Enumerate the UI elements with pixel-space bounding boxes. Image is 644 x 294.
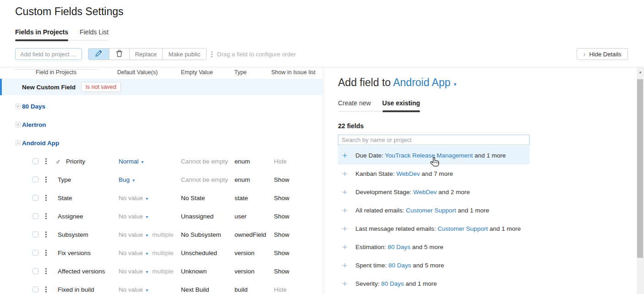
- list-item-due-date[interactable]: + Due Date: YouTrack Release Management …: [338, 146, 529, 164]
- list-item-last-message-emails[interactable]: + Last message related emails: Customer …: [338, 219, 529, 238]
- main-tabs: Fields in Projects Fields List: [15, 28, 109, 41]
- field-name: Priority: [66, 158, 85, 165]
- project-link[interactable]: WebDev: [413, 189, 437, 196]
- row-checkbox[interactable]: [33, 250, 38, 256]
- drag-handle-icon[interactable]: [45, 177, 47, 183]
- project-link[interactable]: 80 Days: [388, 262, 411, 269]
- project-name[interactable]: 80 Days: [22, 103, 45, 110]
- default-value-dropdown[interactable]: Bug: [119, 176, 130, 183]
- drag-handle-icon[interactable]: [45, 213, 47, 219]
- field-row-state[interactable]: State No value▾ No State state Show: [0, 189, 322, 207]
- show-in-issue-list-toggle[interactable]: Show: [274, 213, 289, 220]
- field-row-fixed-in-build[interactable]: Fixed in build No value▾ Next Build buil…: [0, 280, 322, 294]
- drag-handle-icon[interactable]: [45, 250, 47, 256]
- tab-fields-list[interactable]: Fields List: [80, 28, 109, 40]
- field-name: Fixed in build: [58, 286, 94, 293]
- project-link[interactable]: WebDev: [396, 170, 420, 177]
- row-checkbox[interactable]: [33, 177, 38, 183]
- add-plus-icon[interactable]: +: [341, 224, 348, 233]
- add-plus-icon[interactable]: +: [341, 151, 348, 160]
- list-item-development-stage[interactable]: + Development Stage: WebDev and 2 more: [338, 183, 529, 201]
- caret-down-icon[interactable]: ▾: [454, 81, 457, 87]
- add-field-to-project-button[interactable]: Add field to project ...: [15, 48, 82, 60]
- scroll-up-arrow-icon[interactable]: ▲: [637, 70, 644, 74]
- project-name[interactable]: Android App: [22, 140, 59, 147]
- row-checkbox[interactable]: [33, 287, 38, 293]
- list-item-spent-time[interactable]: + Spent time: 80 Days and 5 more: [338, 256, 529, 274]
- replace-button[interactable]: Replace: [129, 49, 162, 60]
- add-plus-icon[interactable]: +: [341, 279, 348, 288]
- field-type: ownedField: [235, 231, 266, 238]
- default-value-dropdown[interactable]: No value: [119, 213, 143, 220]
- project-name[interactable]: Alertron: [22, 121, 46, 128]
- project-link[interactable]: 80 Days: [388, 244, 411, 250]
- drag-handle-icon[interactable]: [45, 287, 47, 293]
- drag-handle-icon[interactable]: [45, 268, 47, 274]
- field-row-fix-versions[interactable]: Fix versions No value▾multiple Unschedul…: [0, 244, 322, 262]
- row-checkbox[interactable]: [33, 213, 38, 219]
- project-link[interactable]: Customer Support: [406, 207, 456, 214]
- default-value-dropdown[interactable]: No value: [119, 286, 143, 293]
- column-header-field: Field in Projects: [14, 69, 98, 76]
- show-in-issue-list-toggle[interactable]: Hide: [274, 286, 287, 293]
- project-selector[interactable]: Android App: [393, 76, 450, 88]
- show-in-issue-list-toggle[interactable]: Show: [274, 195, 289, 201]
- show-in-issue-list-toggle[interactable]: Show: [274, 268, 289, 275]
- tab-create-new[interactable]: Create new: [338, 99, 371, 111]
- field-row-assignee[interactable]: Assignee No value▾ Unassigned user Show: [0, 207, 322, 225]
- expand-plus-icon[interactable]: +: [15, 103, 21, 109]
- add-plus-icon[interactable]: +: [341, 188, 348, 196]
- list-item-severity[interactable]: + Severity: 80 Days and 1 more: [338, 274, 529, 293]
- field-row-priority[interactable]: ♂ Priority Normal▾ Cannot be empty enum …: [0, 152, 322, 170]
- field-row-type[interactable]: Type Bug▾ Cannot be empty enum Show: [0, 170, 322, 189]
- make-public-button[interactable]: Make public: [162, 49, 206, 60]
- add-plus-icon[interactable]: +: [341, 261, 348, 270]
- hide-details-button[interactable]: › Hide Details: [577, 48, 628, 60]
- row-checkbox[interactable]: [33, 195, 38, 201]
- row-checkbox[interactable]: [33, 268, 38, 274]
- drag-handle-icon[interactable]: [45, 158, 47, 164]
- row-checkbox[interactable]: [33, 232, 38, 238]
- project-row-80-days[interactable]: + 80 Days: [0, 98, 322, 114]
- project-row-android-app[interactable]: − Android App: [0, 135, 322, 151]
- drag-handle-icon[interactable]: [45, 195, 47, 201]
- default-value-dropdown[interactable]: No value: [119, 195, 143, 201]
- list-item-kanban-state[interactable]: + Kanban State: WebDev and 7 more: [338, 164, 529, 183]
- multiple-label: multiple: [152, 231, 174, 238]
- show-in-issue-list-toggle[interactable]: Hide: [274, 158, 287, 165]
- empty-value: Unknown: [181, 268, 207, 275]
- project-link[interactable]: YouTrack Release Management: [385, 152, 473, 159]
- empty-value: No State: [181, 195, 205, 201]
- drag-handle-icon[interactable]: [45, 232, 47, 238]
- scrollbar-thumb[interactable]: [637, 79, 643, 258]
- delete-button[interactable]: [109, 49, 129, 60]
- list-item-all-related-emails[interactable]: + All related emails: Customer Support a…: [338, 201, 529, 219]
- show-in-issue-list-toggle[interactable]: Show: [274, 176, 289, 183]
- expand-plus-icon[interactable]: +: [15, 122, 21, 128]
- show-in-issue-list-toggle[interactable]: Show: [274, 231, 289, 238]
- project-row-alertron[interactable]: + Alertron: [0, 116, 322, 133]
- field-name: Affected versions: [58, 268, 105, 275]
- field-row-affected-versions[interactable]: Affected versions No value▾multiple Unkn…: [0, 262, 322, 280]
- add-plus-icon[interactable]: +: [341, 243, 348, 251]
- edit-button[interactable]: [88, 49, 109, 60]
- tab-use-existing[interactable]: Use existing: [382, 99, 420, 111]
- collapse-minus-icon[interactable]: −: [15, 140, 21, 146]
- tab-fields-in-projects[interactable]: Fields in Projects: [15, 28, 68, 40]
- search-input[interactable]: [338, 135, 529, 145]
- default-value-dropdown[interactable]: No value: [119, 231, 143, 238]
- default-value-dropdown[interactable]: No value: [119, 250, 143, 256]
- project-link[interactable]: Customer Support: [437, 225, 488, 232]
- row-checkbox[interactable]: [33, 158, 38, 164]
- add-plus-icon[interactable]: +: [341, 169, 348, 178]
- add-plus-icon[interactable]: +: [341, 206, 348, 215]
- list-item-estimation[interactable]: + Estimation: 80 Days and 5 more: [338, 238, 529, 256]
- new-custom-field-row[interactable]: New Custom Field is not saved: [0, 79, 322, 95]
- column-header-type: Type: [227, 69, 254, 76]
- scrollbar[interactable]: ▲: [637, 67, 644, 294]
- show-in-issue-list-toggle[interactable]: Show: [274, 250, 289, 256]
- default-value-dropdown[interactable]: No value: [119, 268, 143, 275]
- default-value-dropdown[interactable]: Normal: [119, 158, 139, 165]
- field-row-subsystem[interactable]: Subsystem No value▾multiple No Subsystem…: [0, 225, 322, 244]
- project-link[interactable]: 80 Days: [381, 280, 404, 287]
